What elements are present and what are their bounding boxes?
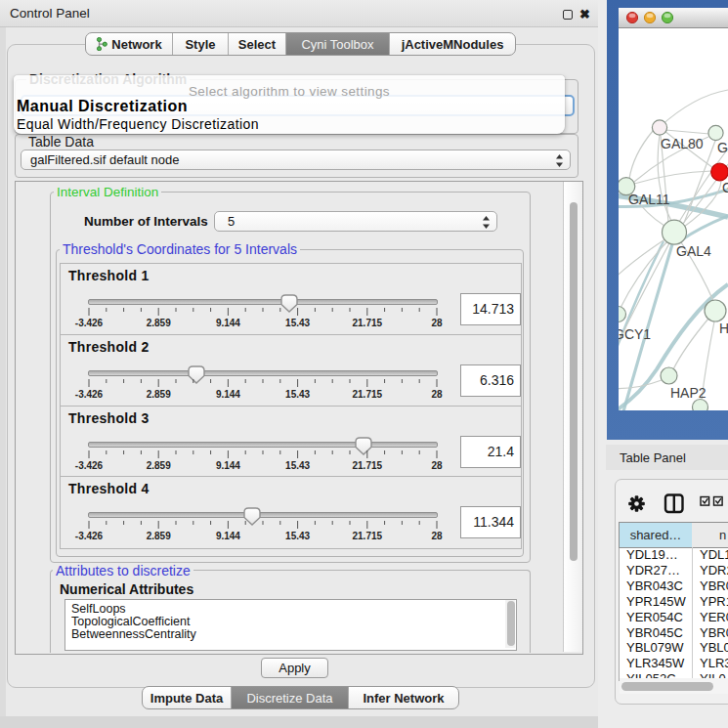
- svg-text:GCY1: GCY1: [619, 326, 651, 342]
- svg-text:GAL11: GAL11: [628, 192, 670, 207]
- svg-text:G: G: [722, 180, 728, 195]
- svg-text:HI: HI: [719, 321, 728, 336]
- svg-text:GAL4: GAL4: [676, 243, 711, 259]
- svg-text:GAL: GAL: [717, 140, 728, 155]
- svg-text:GAL80: GAL80: [661, 136, 704, 151]
- svg-text:HAP2: HAP2: [670, 385, 707, 401]
